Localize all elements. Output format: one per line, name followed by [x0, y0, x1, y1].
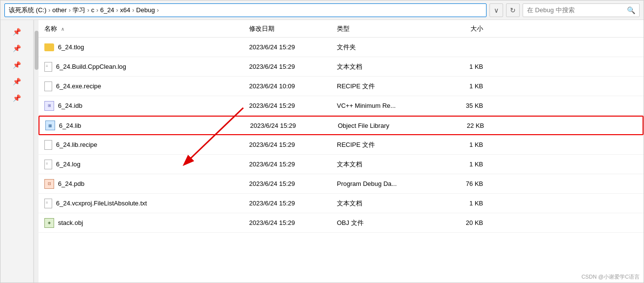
file-size: 76 KB	[434, 180, 483, 187]
file-name: 6_24.pdb	[58, 180, 84, 187]
sidebar-pin-3[interactable]: 📌	[10, 58, 24, 72]
col-size-header[interactable]: 大小	[434, 24, 483, 33]
file-name: 6_24.lib	[59, 122, 81, 129]
file-date: 2023/6/24 15:29	[249, 180, 337, 187]
file-name: 6_24.lib.recipe	[56, 141, 98, 148]
file-name-cell: ◈ stack.obj	[44, 218, 249, 228]
file-date: 2023/6/24 15:29	[250, 122, 338, 129]
search-input[interactable]	[527, 6, 627, 14]
main-area: 📌 📌 📌 📌 📌 名称 ∧ 修改日期	[0, 20, 644, 283]
file-list: 名称 ∧ 修改日期 类型 大小 6_24.tl	[39, 20, 644, 283]
recipe-icon	[44, 140, 52, 150]
breadcrumb-part-3: c	[91, 6, 95, 14]
file-rows-container: 6_24.tlog 2023/6/24 15:29 文件夹 6_24.Build…	[39, 38, 644, 233]
file-type: OBJ 文件	[337, 219, 434, 227]
scroll-track[interactable]	[34, 20, 39, 283]
file-name: 6_24.exe.recipe	[56, 82, 101, 90]
search-box: 🔍	[523, 3, 640, 17]
file-name: 6_24.log	[56, 161, 80, 168]
file-name-cell: ▦ 6_24.lib	[45, 121, 250, 130]
table-row[interactable]: 6_24.tlog 2023/6/24 15:29 文件夹	[39, 38, 644, 57]
breadcrumb-part-1: other	[52, 6, 67, 14]
sidebar-pin-5[interactable]: 📌	[10, 91, 24, 105]
file-type: VC++ Minimum Re...	[337, 102, 434, 109]
file-size: 20 KB	[434, 219, 483, 226]
file-type: RECIPE 文件	[337, 141, 434, 149]
breadcrumb-part-5: x64	[120, 6, 130, 14]
file-name: 6_24.vcxproj.FileListAbsolute.txt	[56, 200, 147, 207]
file-type: 文件夹	[337, 43, 434, 52]
file-name-cell: 6_24.lib.recipe	[44, 140, 249, 150]
breadcrumb[interactable]: 该死系统 (C:) › other › 学习 › c › 6_24 › x64 …	[4, 3, 487, 17]
col-type-header[interactable]: 类型	[337, 24, 434, 33]
column-header: 名称 ∧ 修改日期 类型 大小	[39, 20, 644, 38]
obj-icon: ◈	[44, 218, 54, 228]
folder-icon	[44, 43, 54, 51]
file-type: 文本文档	[337, 199, 434, 208]
file-date: 2023/6/24 15:29	[249, 63, 337, 70]
table-row[interactable]: 6_24.vcxproj.FileListAbsolute.txt 2023/6…	[39, 194, 644, 213]
file-type: 文本文档	[337, 62, 434, 71]
table-row[interactable]: ⊡ 6_24.pdb 2023/6/24 15:29 Program Debug…	[39, 174, 644, 194]
file-type: Object File Library	[338, 122, 435, 129]
file-type: 文本文档	[337, 160, 434, 169]
sidebar-pin-2[interactable]: 📌	[10, 41, 24, 55]
lib-icon: ▦	[45, 121, 55, 130]
dropdown-button[interactable]: ∨	[489, 3, 503, 17]
breadcrumb-part-2: 学习	[73, 6, 85, 15]
file-name-cell: 6_24.vcxproj.FileListAbsolute.txt	[44, 199, 249, 208]
file-name-cell: ⊞ 6_24.idb	[44, 101, 249, 111]
file-date: 2023/6/24 15:29	[249, 43, 337, 51]
file-name: 6_24.Build.CppClean.log	[56, 63, 126, 70]
file-date: 2023/6/24 10:09	[249, 82, 337, 90]
document-icon	[44, 62, 52, 72]
scroll-thumb[interactable]	[35, 31, 39, 70]
table-row[interactable]: ▦ 6_24.lib 2023/6/24 15:29 Object File L…	[39, 116, 644, 135]
file-date: 2023/6/24 15:29	[249, 200, 337, 207]
file-name: stack.obj	[58, 219, 83, 226]
file-date: 2023/6/24 15:29	[249, 161, 337, 168]
file-size: 1 KB	[434, 82, 483, 90]
file-name-cell: 6_24.log	[44, 160, 249, 169]
explorer-window: 该死系统 (C:) › other › 学习 › c › 6_24 › x64 …	[0, 0, 644, 283]
address-bar: 该死系统 (C:) › other › 学习 › c › 6_24 › x64 …	[0, 0, 644, 20]
table-row[interactable]: 6_24.exe.recipe 2023/6/24 10:09 RECIPE 文…	[39, 77, 644, 96]
file-size: 22 KB	[435, 122, 484, 129]
search-icon[interactable]: 🔍	[627, 6, 635, 14]
sidebar: 📌 📌 📌 📌 📌	[0, 20, 34, 283]
file-name-cell: 6_24.exe.recipe	[44, 81, 249, 91]
recipe-icon	[44, 81, 52, 91]
document-icon	[44, 199, 52, 208]
breadcrumb-part-4: 6_24	[100, 6, 114, 14]
file-size: 35 KB	[434, 102, 483, 109]
file-name-cell: ⊡ 6_24.pdb	[44, 179, 249, 189]
col-date-header[interactable]: 修改日期	[249, 24, 337, 33]
table-row[interactable]: 6_24.Build.CppClean.log 2023/6/24 15:29 …	[39, 57, 644, 77]
file-size: 1 KB	[434, 141, 483, 148]
file-date: 2023/6/24 15:29	[249, 219, 337, 226]
file-size: 1 KB	[434, 161, 483, 168]
file-name: 6_24.idb	[58, 102, 82, 109]
table-row[interactable]: ⊞ 6_24.idb 2023/6/24 15:29 VC++ Minimum …	[39, 96, 644, 116]
sidebar-pin-4[interactable]: 📌	[10, 75, 24, 88]
file-size: 1 KB	[434, 200, 483, 207]
file-date: 2023/6/24 15:29	[249, 141, 337, 148]
file-type: Program Debug Da...	[337, 180, 434, 187]
table-row[interactable]: 6_24.lib.recipe 2023/6/24 15:29 RECIPE 文…	[39, 135, 644, 155]
idb-icon: ⊞	[44, 101, 54, 111]
file-date: 2023/6/24 15:29	[249, 102, 337, 109]
breadcrumb-part-6: Debug	[136, 6, 155, 14]
refresh-button[interactable]: ↻	[506, 3, 520, 17]
watermark: CSDN @小谢爱学C语言	[582, 273, 640, 281]
sort-arrow-name: ∧	[61, 26, 64, 32]
file-name-cell: 6_24.Build.CppClean.log	[44, 62, 249, 72]
sidebar-pin-1[interactable]: 📌	[10, 25, 24, 39]
pdb-icon: ⊡	[44, 179, 54, 189]
file-type: RECIPE 文件	[337, 82, 434, 91]
file-name: 6_24.tlog	[58, 43, 84, 51]
col-name-header[interactable]: 名称 ∧	[44, 24, 249, 33]
table-row[interactable]: ◈ stack.obj 2023/6/24 15:29 OBJ 文件 20 KB	[39, 213, 644, 233]
file-size: 1 KB	[434, 63, 483, 70]
file-name-cell: 6_24.tlog	[44, 43, 249, 51]
table-row[interactable]: 6_24.log 2023/6/24 15:29 文本文档 1 KB	[39, 155, 644, 174]
